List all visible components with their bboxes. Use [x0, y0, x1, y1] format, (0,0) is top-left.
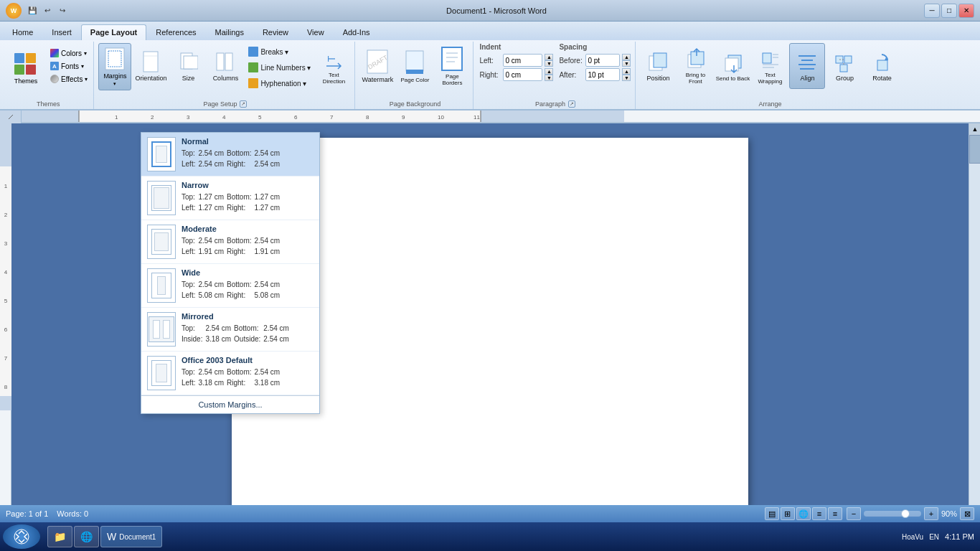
margin-narrow[interactable]: Narrow Top:1.27 cmBottom:1.27 cm Left:1.…: [141, 176, 319, 220]
spacing-after-spin[interactable]: ▲ ▼: [622, 68, 631, 81]
spacing-before-spin[interactable]: ▲ ▼: [622, 54, 631, 67]
tab-page-layout[interactable]: Page Layout: [81, 24, 146, 40]
zoom-out-button[interactable]: −: [847, 507, 861, 520]
margins-icon: [104, 47, 126, 71]
rotate-icon: [872, 50, 892, 73]
breaks-button[interactable]: Breaks ▾: [245, 44, 314, 59]
page-borders-button[interactable]: Page Borders: [434, 43, 470, 89]
size-button[interactable]: Size: [170, 43, 206, 89]
effects-dropdown-arrow: ▾: [85, 76, 88, 83]
tab-insert[interactable]: Insert: [42, 24, 81, 40]
scroll-track[interactable]: [969, 135, 980, 511]
indent-right-label: Right:: [479, 71, 501, 79]
spacing-before-down[interactable]: ▼: [622, 60, 631, 67]
tab-home[interactable]: Home: [3, 24, 42, 40]
indent-right-spin[interactable]: ▲ ▼: [545, 68, 553, 81]
colors-button[interactable]: Colors ▾: [47, 47, 90, 59]
indent-left-field: 0 cm: [503, 54, 542, 67]
taskbar-language: EN: [929, 533, 939, 541]
view-full-button[interactable]: ⊞: [781, 507, 795, 520]
svg-rect-45: [79, 110, 481, 123]
zoom-slider[interactable]: [864, 511, 921, 517]
qa-redo-button[interactable]: ↪: [56, 4, 69, 17]
columns-button[interactable]: Columns: [207, 43, 243, 89]
zoom-slider-thumb[interactable]: [901, 509, 910, 518]
tab-references[interactable]: References: [146, 24, 205, 40]
spacing-section: Spacing Before: 0 pt ▲ ▼ After: 10 pt: [559, 43, 631, 100]
spacing-after-down[interactable]: ▼: [622, 75, 631, 81]
rotate-button[interactable]: Rotate: [864, 43, 900, 89]
watermark-button[interactable]: DRAFT Watermark: [359, 43, 395, 89]
indent-left-up[interactable]: ▲: [545, 54, 553, 60]
orientation-button[interactable]: Orientation: [133, 43, 169, 89]
taskbar-word[interactable]: W Document1: [100, 526, 162, 547]
margin-wide[interactable]: Wide Top:2.54 cmBottom:2.54 cm Left:5.08…: [141, 264, 319, 308]
themes-button[interactable]: Themes: [6, 44, 46, 92]
start-button[interactable]: [3, 524, 40, 549]
indent-left-spin[interactable]: ▲ ▼: [545, 54, 553, 67]
page-setup-expand[interactable]: ↗: [240, 100, 247, 108]
ruler-corner[interactable]: [0, 110, 22, 123]
svg-rect-26: [725, 58, 738, 71]
align-button[interactable]: Align: [789, 43, 825, 89]
view-web-button[interactable]: 🌐: [796, 507, 811, 520]
indent-left-down[interactable]: ▼: [545, 60, 553, 67]
hyphenation-button[interactable]: Hyphenation ▾: [245, 76, 314, 90]
page-setup-small-buttons: Breaks ▾ Line Numbers ▾ Hyphenation ▾: [245, 43, 314, 90]
taskbar-explorer[interactable]: 📁: [47, 526, 72, 547]
spacing-after-up[interactable]: ▲: [622, 68, 631, 75]
svg-rect-6: [143, 52, 158, 72]
svg-text:10: 10: [438, 114, 444, 121]
indent-right-up[interactable]: ▲: [545, 68, 553, 75]
view-normal-button[interactable]: ▤: [765, 507, 779, 520]
view-buttons: ▤ ⊞ 🌐 ≡ ≡: [765, 507, 842, 520]
indent-left-row: Left: 0 cm ▲ ▼: [479, 54, 553, 67]
line-numbers-button[interactable]: Line Numbers ▾: [245, 60, 314, 75]
page-status: Page: 1 of 1: [6, 509, 48, 518]
indent-right-down[interactable]: ▼: [545, 75, 553, 81]
svg-rect-59: [0, 123, 11, 166]
scroll-thumb[interactable]: [969, 135, 980, 164]
bring-to-front-button[interactable]: Bring to Front: [677, 43, 713, 89]
margin-moderate[interactable]: Moderate Top:2.54 cmBottom:2.54 cm Left:…: [141, 220, 319, 264]
page-background-buttons: DRAFT Watermark Page Color Page Borde: [359, 43, 470, 100]
tab-view[interactable]: View: [298, 24, 334, 40]
margin-office2003[interactable]: Office 2003 Default Top:2.54 cmBottom:2.…: [141, 352, 319, 395]
tab-mailings[interactable]: Mailings: [206, 24, 253, 40]
title-bar-left: W 💾 ↩ ↪: [6, 3, 69, 19]
send-to-back-button[interactable]: Send to Back: [715, 43, 750, 89]
qa-save-button[interactable]: 💾: [26, 4, 39, 17]
page-color-button[interactable]: Page Color: [397, 43, 433, 89]
horizontal-ruler: 1 2 3 4 5 6 7 8 9 10 11: [22, 110, 980, 123]
svg-rect-2: [14, 65, 24, 75]
qa-undo-button[interactable]: ↩: [41, 4, 54, 17]
view-draft-button[interactable]: ≡: [828, 507, 842, 520]
zoom-fit-button[interactable]: ⊠: [960, 507, 974, 520]
fonts-button[interactable]: A Fonts ▾: [47, 60, 90, 72]
effects-button[interactable]: Effects ▾: [47, 73, 90, 85]
office-logo: W: [6, 3, 22, 19]
custom-margins-button[interactable]: Custom Margins...: [141, 396, 319, 413]
size-icon: [178, 50, 198, 73]
tab-add-ins[interactable]: Add-Ins: [334, 24, 380, 40]
text-wrapping-button[interactable]: Text Wrapping: [752, 43, 788, 89]
zoom-in-button[interactable]: +: [924, 507, 938, 520]
paragraph-expand[interactable]: ↗: [568, 100, 575, 108]
spacing-before-up[interactable]: ▲: [622, 54, 631, 60]
margins-button[interactable]: Margins ▾: [98, 43, 131, 90]
taskbar-ie[interactable]: 🌐: [74, 526, 99, 547]
view-outline-button[interactable]: ≡: [812, 507, 826, 520]
page-background-group: DRAFT Watermark Page Color Page Borde: [357, 42, 473, 109]
position-button[interactable]: Position: [640, 43, 676, 89]
scroll-up-button[interactable]: ▲: [969, 123, 980, 135]
minimize-button[interactable]: ─: [924, 4, 940, 18]
tab-review[interactable]: Review: [253, 24, 298, 40]
group-button[interactable]: Group: [826, 43, 862, 89]
margin-normal[interactable]: Normal Top:2.54 cmBottom:2.54 cm Left:2.…: [141, 133, 319, 176]
maximize-button[interactable]: □: [941, 4, 957, 18]
paragraph-group-label: Paragraph ↗: [479, 100, 631, 109]
margin-office2003-info: Office 2003 Default Top:2.54 cmBottom:2.…: [182, 356, 314, 388]
close-button[interactable]: ✕: [958, 4, 974, 18]
text-direction-button[interactable]: T Text Direction: [316, 43, 352, 89]
margin-mirrored[interactable]: Mirrored Top:2.54 cmBottom:2.54 cm Insid…: [141, 308, 319, 352]
